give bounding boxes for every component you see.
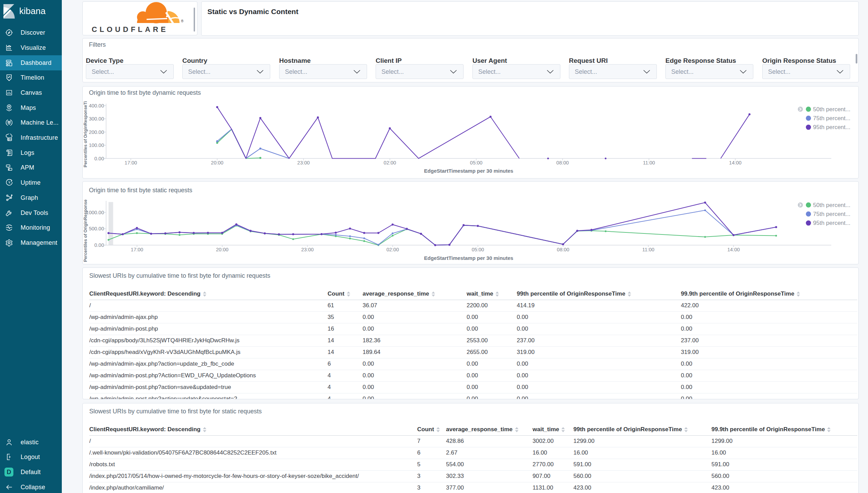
svg-text:EdgeStartTimestamp per 30 minu: EdgeStartTimestamp per 30 minutes [424,255,513,261]
svg-text:20:00: 20:00 [216,247,228,252]
svg-text:100.00: 100.00 [89,142,104,148]
svg-text:17:00: 17:00 [131,247,143,252]
svg-text:1000.00: 1000.00 [86,210,104,215]
svg-text:0.00: 0.00 [94,156,104,161]
svg-text:Percentiles of OriginResponse: Percentiles of OriginResponse [83,199,88,262]
svg-text:75th percent...: 75th percent... [813,211,850,217]
svg-text:08:00: 08:00 [556,160,569,165]
svg-text:14:00: 14:00 [727,247,740,252]
svg-text:400.00: 400.00 [89,103,104,108]
svg-text:0.00: 0.00 [94,242,104,248]
svg-text:14:00: 14:00 [729,160,741,165]
svg-text:200.00: 200.00 [89,129,104,135]
svg-text:50th percent...: 50th percent... [813,202,850,208]
svg-text:23:00: 23:00 [297,160,310,165]
svg-text:11:00: 11:00 [643,160,655,165]
svg-text:Percentiles of OriginResponseT: Percentiles of OriginResponseTi [83,101,88,168]
svg-text:20:00: 20:00 [211,160,223,165]
svg-text:95th percent...: 95th percent... [813,220,850,226]
svg-text:50th percent...: 50th percent... [813,106,850,113]
svg-text:EdgeStartTimestamp per 30 minu: EdgeStartTimestamp per 30 minutes [424,168,513,174]
svg-text:CLOUDFLARE: CLOUDFLARE [92,25,168,34]
svg-text:08:00: 08:00 [557,247,569,252]
svg-text:23:00: 23:00 [301,247,313,252]
svg-text:500.00: 500.00 [89,226,104,231]
svg-text:11:00: 11:00 [642,247,654,252]
svg-text:05:00: 05:00 [472,247,484,252]
svg-text:300.00: 300.00 [89,116,104,122]
svg-text:02:00: 02:00 [386,247,399,252]
svg-text:17:00: 17:00 [125,160,137,165]
svg-text:75th percent...: 75th percent... [813,115,850,122]
svg-text:®: ® [181,19,184,23]
svg-text:95th percent...: 95th percent... [813,124,850,130]
svg-text:05:00: 05:00 [470,160,482,165]
svg-text:02:00: 02:00 [384,160,396,165]
